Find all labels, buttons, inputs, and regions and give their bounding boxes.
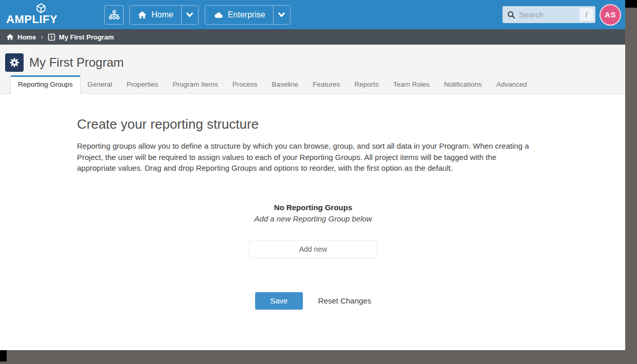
page-header: My First Program Reporting Groups Genera… — [0, 45, 625, 94]
breadcrumb-home[interactable]: Home — [6, 33, 36, 41]
cloud-icon — [213, 11, 223, 18]
save-button[interactable]: Save — [255, 292, 303, 310]
sitemap-icon — [108, 10, 120, 20]
search-field: / — [503, 6, 595, 23]
enterprise-menu-button[interactable]: Enterprise — [205, 6, 273, 24]
home-icon — [6, 33, 14, 41]
tab-general[interactable]: General — [81, 75, 120, 94]
top-navbar: AMPLIFY Hom — [0, 0, 625, 29]
tab-reports[interactable]: Reports — [348, 75, 386, 94]
backdrop-corner-bottom-left — [0, 350, 7, 361]
logo-letter-i: I — [39, 13, 43, 26]
breadcrumb-current: My First Program — [48, 33, 114, 41]
hierarchy-button[interactable] — [104, 5, 124, 25]
home-menu-label: Home — [151, 10, 173, 19]
section-heading: Create your reporting structure — [77, 116, 549, 132]
tab-baseline[interactable]: Baseline — [264, 75, 305, 94]
tab-team-roles[interactable]: Team Roles — [386, 75, 437, 94]
reset-changes-button[interactable]: Reset Changes — [318, 296, 371, 305]
breadcrumb-home-label: Home — [17, 33, 36, 41]
chevron-down-icon — [186, 12, 193, 17]
tab-panel-reporting-groups: Create your reporting structure Reportin… — [0, 94, 625, 350]
amplify-logo[interactable]: AMPLIFY — [6, 4, 75, 26]
logo-text-prefix: AMPL — [6, 13, 39, 26]
tab-program-items[interactable]: Program Items — [165, 75, 225, 94]
enterprise-menu: Enterprise — [205, 5, 291, 25]
home-menu-button[interactable]: Home — [130, 6, 181, 24]
tab-reporting-groups[interactable]: Reporting Groups — [10, 75, 81, 94]
enterprise-menu-label: Enterprise — [228, 10, 265, 19]
user-avatar[interactable]: AS — [600, 4, 621, 26]
home-menu: Home — [129, 5, 199, 25]
breadcrumb-separator: › — [40, 33, 44, 41]
logo-text-suffix: FY — [43, 13, 57, 26]
gear-icon — [9, 57, 20, 68]
program-icon — [48, 33, 55, 41]
home-menu-dropdown[interactable] — [181, 6, 198, 24]
empty-state-title: No Reporting Groups — [77, 203, 549, 212]
empty-state: No Reporting Groups Add a new Reporting … — [77, 203, 549, 223]
search-input[interactable] — [519, 10, 580, 19]
tab-advanced[interactable]: Advanced — [489, 75, 534, 94]
tab-features[interactable]: Features — [305, 75, 347, 94]
chevron-down-icon — [278, 12, 285, 17]
app-window: AMPLIFY Hom — [0, 0, 625, 350]
tab-properties[interactable]: Properties — [120, 75, 166, 94]
backdrop-corner-top-right — [625, 0, 637, 8]
empty-state-subtitle: Add a new Reporting Group below — [77, 214, 549, 223]
program-settings-tile — [5, 53, 24, 72]
breadcrumb-current-label: My First Program — [59, 33, 114, 41]
screen: AMPLIFY Hom — [0, 0, 637, 364]
search-shortcut-badge: / — [580, 8, 593, 21]
home-icon — [138, 11, 147, 19]
add-new-button[interactable]: Add new — [249, 240, 377, 258]
section-description: Reporting groups allow you to define a s… — [77, 140, 536, 174]
title-row: My First Program — [0, 45, 625, 72]
tab-notifications[interactable]: Notifications — [437, 75, 489, 94]
form-actions: Save Reset Changes — [77, 292, 549, 310]
cube-icon — [36, 3, 46, 13]
page-title: My First Program — [29, 55, 124, 70]
tab-process[interactable]: Process — [225, 75, 265, 94]
enterprise-menu-dropdown[interactable] — [273, 6, 290, 24]
tab-bar: Reporting Groups General Properties Prog… — [0, 75, 625, 94]
breadcrumb: Home › My First Program — [0, 29, 625, 45]
search-icon — [507, 11, 515, 19]
